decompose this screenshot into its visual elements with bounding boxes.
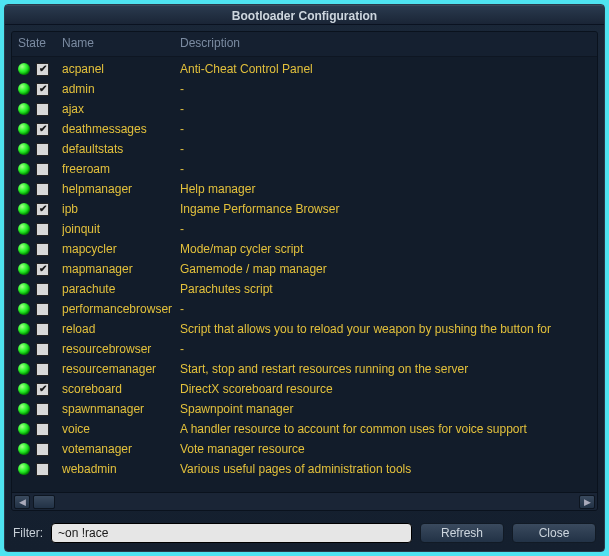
filter-input[interactable] bbox=[51, 523, 412, 543]
scroll-left-button[interactable]: ◀ bbox=[14, 495, 30, 509]
table-row[interactable]: defaultstats- bbox=[12, 139, 597, 159]
autostart-checkbox[interactable] bbox=[36, 343, 49, 356]
status-dot-icon bbox=[18, 363, 30, 375]
state-cell bbox=[18, 463, 62, 476]
table-row[interactable]: ✔mapmanagerGamemode / map manager bbox=[12, 259, 597, 279]
col-header-state[interactable]: State bbox=[18, 36, 62, 50]
description-cell: DirectX scoreboard resource bbox=[180, 382, 591, 396]
autostart-checkbox[interactable] bbox=[36, 163, 49, 176]
status-dot-icon bbox=[18, 403, 30, 415]
table-row[interactable]: resourcebrowser- bbox=[12, 339, 597, 359]
autostart-checkbox[interactable] bbox=[36, 423, 49, 436]
table-row[interactable]: ✔admin- bbox=[12, 79, 597, 99]
col-header-description[interactable]: Description bbox=[180, 36, 591, 50]
table-row[interactable]: joinquit- bbox=[12, 219, 597, 239]
horizontal-scrollbar[interactable]: ◀ ▶ bbox=[12, 492, 597, 510]
autostart-checkbox[interactable] bbox=[36, 323, 49, 336]
status-dot-icon bbox=[18, 183, 30, 195]
autostart-checkbox[interactable] bbox=[36, 363, 49, 376]
state-cell bbox=[18, 363, 62, 376]
window: Bootloader Configuration State Name Desc… bbox=[4, 4, 605, 552]
name-cell: helpmanager bbox=[62, 182, 180, 196]
table-row[interactable]: ✔ipbIngame Performance Browser bbox=[12, 199, 597, 219]
state-cell: ✔ bbox=[18, 83, 62, 96]
status-dot-icon bbox=[18, 443, 30, 455]
autostart-checkbox[interactable] bbox=[36, 303, 49, 316]
description-cell: Gamemode / map manager bbox=[180, 262, 591, 276]
scroll-right-button[interactable]: ▶ bbox=[579, 495, 595, 509]
name-cell: webadmin bbox=[62, 462, 180, 476]
autostart-checkbox[interactable] bbox=[36, 243, 49, 256]
state-cell bbox=[18, 283, 62, 296]
name-cell: reload bbox=[62, 322, 180, 336]
autostart-checkbox[interactable]: ✔ bbox=[36, 263, 49, 276]
table-row[interactable]: resourcemanagerStart, stop and restart r… bbox=[12, 359, 597, 379]
table-row[interactable]: ✔scoreboardDirectX scoreboard resource bbox=[12, 379, 597, 399]
name-cell: resourcemanager bbox=[62, 362, 180, 376]
state-cell bbox=[18, 403, 62, 416]
table-row[interactable]: webadminVarious useful pages of administ… bbox=[12, 459, 597, 479]
scroll-thumb[interactable] bbox=[33, 495, 55, 509]
status-dot-icon bbox=[18, 323, 30, 335]
description-cell: - bbox=[180, 342, 591, 356]
table-row[interactable]: performancebrowser- bbox=[12, 299, 597, 319]
autostart-checkbox[interactable]: ✔ bbox=[36, 203, 49, 216]
table-row[interactable]: mapcyclerMode/map cycler script bbox=[12, 239, 597, 259]
name-cell: voice bbox=[62, 422, 180, 436]
description-cell: Script that allows you to reload your we… bbox=[180, 322, 591, 336]
description-cell: Ingame Performance Browser bbox=[180, 202, 591, 216]
name-cell: freeroam bbox=[62, 162, 180, 176]
autostart-checkbox[interactable]: ✔ bbox=[36, 123, 49, 136]
autostart-checkbox[interactable]: ✔ bbox=[36, 83, 49, 96]
status-dot-icon bbox=[18, 343, 30, 355]
table-row[interactable]: ✔deathmessages- bbox=[12, 119, 597, 139]
table-header: State Name Description bbox=[12, 32, 597, 57]
status-dot-icon bbox=[18, 143, 30, 155]
table-row[interactable]: votemanagerVote manager resource bbox=[12, 439, 597, 459]
autostart-checkbox[interactable] bbox=[36, 223, 49, 236]
table-body: ✔acpanelAnti-Cheat Control Panel✔admin-a… bbox=[12, 57, 597, 492]
table-row[interactable]: ✔acpanelAnti-Cheat Control Panel bbox=[12, 59, 597, 79]
col-header-name[interactable]: Name bbox=[62, 36, 180, 50]
autostart-checkbox[interactable]: ✔ bbox=[36, 63, 49, 76]
chevron-right-icon: ▶ bbox=[584, 497, 591, 507]
table-row[interactable]: reloadScript that allows you to reload y… bbox=[12, 319, 597, 339]
state-cell bbox=[18, 223, 62, 236]
autostart-checkbox[interactable] bbox=[36, 183, 49, 196]
table-row[interactable]: spawnmanagerSpawnpoint manager bbox=[12, 399, 597, 419]
filter-label: Filter: bbox=[13, 526, 43, 540]
table-row[interactable]: voiceA handler resource to account for c… bbox=[12, 419, 597, 439]
status-dot-icon bbox=[18, 423, 30, 435]
chevron-left-icon: ◀ bbox=[19, 497, 26, 507]
name-cell: parachute bbox=[62, 282, 180, 296]
name-cell: deathmessages bbox=[62, 122, 180, 136]
autostart-checkbox[interactable] bbox=[36, 443, 49, 456]
state-cell: ✔ bbox=[18, 63, 62, 76]
autostart-checkbox[interactable] bbox=[36, 103, 49, 116]
autostart-checkbox[interactable] bbox=[36, 403, 49, 416]
state-cell bbox=[18, 103, 62, 116]
titlebar[interactable]: Bootloader Configuration bbox=[5, 5, 604, 25]
table-row[interactable]: helpmanagerHelp manager bbox=[12, 179, 597, 199]
table-row[interactable]: freeroam- bbox=[12, 159, 597, 179]
state-cell bbox=[18, 443, 62, 456]
autostart-checkbox[interactable] bbox=[36, 463, 49, 476]
status-dot-icon bbox=[18, 103, 30, 115]
status-dot-icon bbox=[18, 383, 30, 395]
status-dot-icon bbox=[18, 163, 30, 175]
name-cell: performancebrowser bbox=[62, 302, 180, 316]
autostart-checkbox[interactable] bbox=[36, 143, 49, 156]
description-cell: Vote manager resource bbox=[180, 442, 591, 456]
status-dot-icon bbox=[18, 463, 30, 475]
description-cell: - bbox=[180, 122, 591, 136]
state-cell bbox=[18, 243, 62, 256]
name-cell: defaultstats bbox=[62, 142, 180, 156]
refresh-button[interactable]: Refresh bbox=[420, 523, 504, 543]
table-row[interactable]: ajax- bbox=[12, 99, 597, 119]
autostart-checkbox[interactable] bbox=[36, 283, 49, 296]
close-button[interactable]: Close bbox=[512, 523, 596, 543]
autostart-checkbox[interactable]: ✔ bbox=[36, 383, 49, 396]
name-cell: votemanager bbox=[62, 442, 180, 456]
table-row[interactable]: parachuteParachutes script bbox=[12, 279, 597, 299]
description-cell: - bbox=[180, 102, 591, 116]
